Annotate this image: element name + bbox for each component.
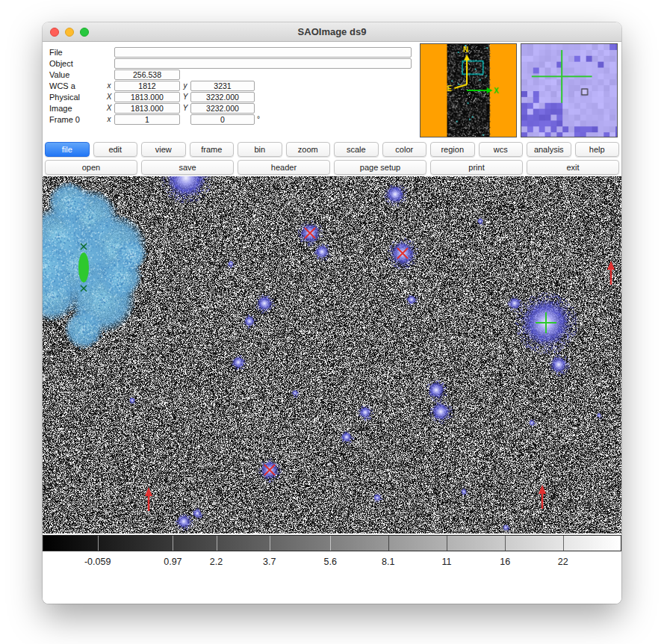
menu-region[interactable]: region	[430, 142, 475, 157]
window-title: SAOImage ds9	[298, 26, 367, 37]
wcs-x-field[interactable]	[114, 81, 180, 91]
value-row: Value	[43, 69, 420, 80]
object-label: Object	[43, 59, 104, 68]
colorbar-tick-label: 5.6	[323, 557, 336, 567]
physical-row: Physical X Y	[43, 91, 420, 102]
main-image[interactable]	[43, 176, 621, 533]
value-field[interactable]	[114, 69, 180, 80]
colorbar-tick-label: 2.2	[210, 557, 223, 567]
frame-label: Frame 0	[43, 115, 104, 124]
frame-row: Frame 0 x °	[43, 114, 420, 125]
image-y-field[interactable]	[190, 103, 255, 114]
menu-color[interactable]: color	[382, 142, 427, 157]
traffic-lights	[50, 28, 89, 37]
value-label: Value	[43, 70, 104, 79]
colorbar-tick-label: -0.059	[84, 557, 111, 567]
menu-edit[interactable]: edit	[93, 142, 138, 157]
file-label: File	[43, 48, 104, 57]
file-row: File	[43, 46, 420, 58]
menu-analysis[interactable]: analysis	[527, 142, 571, 157]
close-button[interactable]	[50, 28, 59, 37]
toolbar-print[interactable]: print	[430, 160, 523, 175]
minimize-button[interactable]	[65, 28, 74, 37]
colorbar-tick-label: 22	[558, 557, 568, 567]
file-toolbar: opensaveheaderpage setupprintexit	[43, 158, 621, 176]
info-area: File Object Value WCS a x	[43, 42, 621, 140]
toolbar-save[interactable]: save	[141, 160, 234, 175]
colorbar-tick-label: 8.1	[382, 557, 394, 567]
image-label: Image	[43, 104, 104, 113]
wcs-label: WCS a	[43, 81, 104, 90]
ds9-window: SAOImage ds9 File Object Value	[43, 22, 621, 604]
menu-bin[interactable]: bin	[238, 142, 282, 157]
physical-x-field[interactable]	[114, 92, 180, 102]
wcs-row: WCS a x y	[43, 80, 420, 91]
frame-zoom-label: x	[104, 115, 114, 123]
physical-label: Physical	[43, 93, 104, 102]
menu-zoom[interactable]: zoom	[286, 142, 331, 157]
toolbar-header[interactable]: header	[238, 160, 330, 175]
menu-scale[interactable]: scale	[334, 142, 379, 157]
toolbar-page-setup[interactable]: page setup	[334, 160, 426, 175]
menu-wcs[interactable]: wcs	[479, 142, 524, 157]
colorbar-tick-label: 16	[500, 557, 510, 567]
menu-frame[interactable]: frame	[190, 142, 235, 157]
image-x-label: X	[104, 104, 114, 112]
toolbar-open[interactable]: open	[45, 160, 137, 175]
menu-bar: fileeditviewframebinzoomscalecolorregion…	[43, 140, 621, 158]
object-row: Object	[43, 58, 420, 69]
panner[interactable]	[420, 43, 517, 137]
colorbar[interactable]	[43, 535, 621, 551]
image-y-label: Y	[180, 104, 190, 112]
titlebar[interactable]: SAOImage ds9	[43, 22, 621, 42]
menu-help[interactable]: help	[575, 142, 620, 157]
wcs-y-field[interactable]	[190, 81, 255, 91]
colorbar-tick-label: 11	[441, 557, 451, 567]
physical-x-label: X	[104, 93, 114, 101]
physical-y-label: Y	[180, 93, 190, 101]
physical-y-field[interactable]	[190, 92, 255, 102]
menu-view[interactable]: view	[141, 142, 186, 157]
image-row: Image X Y	[43, 102, 420, 114]
colorbar-area: -0.0590.972.23.75.68.1111622	[43, 533, 621, 569]
colorbar-ticks: -0.0590.972.23.75.68.1111622	[43, 551, 621, 569]
wcs-y-label: y	[180, 81, 190, 90]
desktop: SAOImage ds9 File Object Value	[0, 0, 664, 644]
colorbar-tick-label: 3.7	[263, 557, 276, 567]
maximize-button[interactable]	[80, 28, 89, 37]
bottom-spacer	[43, 569, 621, 604]
image-x-field[interactable]	[114, 103, 180, 114]
colorbar-tick-label: 0.97	[164, 557, 181, 567]
toolbar-exit[interactable]: exit	[527, 160, 619, 175]
file-field[interactable]	[114, 47, 412, 58]
menu-file[interactable]: file	[45, 142, 90, 157]
object-field[interactable]	[114, 58, 412, 69]
wcs-x-label: x	[104, 81, 114, 90]
degree-symbol: °	[257, 115, 260, 123]
magnifier	[521, 43, 618, 137]
info-panel: File Object Value WCS a x	[43, 42, 420, 140]
frame-zoom-field[interactable]	[114, 114, 180, 125]
frame-rotate-field[interactable]	[190, 114, 255, 125]
